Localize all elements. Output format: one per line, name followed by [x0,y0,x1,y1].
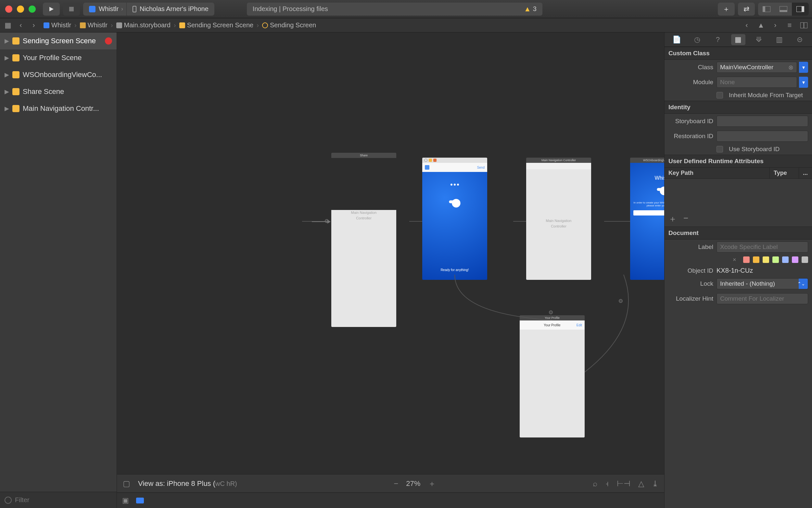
filter-icon[interactable] [5,497,12,504]
maximize-icon[interactable] [29,5,36,13]
next-issue-button[interactable]: › [770,20,781,31]
window-controls [5,5,36,13]
disclosure-icon[interactable]: ▶ [5,54,9,61]
folder-icon [80,23,86,28]
module-field[interactable]: None [717,77,797,88]
storyboard-id-field[interactable] [717,116,808,127]
clear-icon[interactable]: ⊗ [788,64,794,71]
add-editor-icon[interactable] [798,20,809,31]
library-button[interactable]: ＋ [718,3,735,15]
class-dropdown-icon[interactable]: ▾ [799,62,808,73]
tag-icon[interactable] [136,498,144,503]
run-button[interactable] [43,3,60,15]
udra-table[interactable] [665,179,812,211]
swatch-green[interactable] [772,256,779,263]
scene-onboarding[interactable]: WSOnboardingViewController Whistlr In or… [630,158,664,280]
remove-attr-button[interactable]: − [683,213,688,224]
disclosure-icon[interactable]: ▶ [5,105,9,112]
swatch-red[interactable] [743,256,750,263]
keypath-col[interactable]: Key Path [665,168,770,178]
clear-color-icon[interactable]: × [733,256,739,263]
crumb-contents[interactable]: Sending Screen [260,22,318,29]
class-field[interactable]: MainViewController⊗ [717,62,797,73]
forward-button[interactable]: › [29,20,39,31]
pin-tool-icon[interactable]: ⊢⊣ [617,479,630,488]
issue-indicator-icon[interactable]: ▲ [756,20,767,31]
code-review-button[interactable]: ⇄ [738,3,755,15]
value-col[interactable]: ... [799,168,812,178]
minimize-icon[interactable] [17,5,24,13]
doc-label-label: Label [668,244,713,251]
first-responder-icon [429,159,432,162]
identity-inspector-tab[interactable]: ▦ [731,34,746,45]
restoration-id-field[interactable] [717,131,808,142]
view-as-label[interactable]: View as: iPhone 8 Plus (wC hR) [138,479,237,488]
crumb-folder[interactable]: Whistlr [78,22,109,29]
segue-line [445,274,562,327]
toggle-inspector-button[interactable] [792,3,809,15]
localizer-hint-field[interactable]: Comment For Localizer [717,293,808,304]
use-sb-checkbox[interactable] [717,146,723,153]
type-col[interactable]: Type [770,168,799,178]
swatch-orange[interactable] [753,256,759,263]
status-warnings[interactable]: ▲ 3 [524,5,536,13]
class-label: Class [668,64,713,71]
outline-item-share[interactable]: ▶ Share Scene [0,83,116,100]
embed-tool-icon[interactable]: ⤓ [652,479,658,488]
crumb-file[interactable]: Main.storyboard [114,22,173,29]
lock-dropdown[interactable]: Inherited - (Nothing) ⌃⌄ [717,278,808,289]
outline-item-profile[interactable]: ▶ Your Profile Scene [0,49,116,66]
history-inspector-tab[interactable]: ◷ [690,34,705,45]
swatch-purple[interactable] [792,256,798,263]
scene-icon [12,71,19,78]
scene-mainnav[interactable]: Main Navigation Controller Main Navigati… [526,158,591,280]
close-icon[interactable] [5,5,12,13]
align-tool-icon[interactable]: ⌕ [593,479,597,488]
related-items-icon[interactable]: ▦ [3,20,13,31]
module-dropdown-icon[interactable]: ▾ [799,77,808,88]
help-inspector-tab[interactable]: ? [711,34,725,45]
swatch-yellow[interactable] [763,256,769,263]
doc-label-field[interactable]: Xcode Specific Label [717,242,808,253]
brand-title: Whistlr [630,175,664,181]
attributes-inspector-tab[interactable]: ⟱ [752,34,766,45]
scene-profile[interactable]: Your Profile Your Profile Edit [520,315,585,437]
inherit-checkbox[interactable] [717,92,723,98]
error-badge-icon[interactable] [105,37,112,45]
disclosure-icon[interactable]: ▶ [5,71,9,78]
connections-inspector-tab[interactable]: ⊝ [793,34,807,45]
stop-button[interactable] [63,3,80,15]
disclosure-icon[interactable]: ▶ [5,37,9,45]
scene-icon [12,105,19,112]
outline-item-mainnav[interactable]: ▶ Main Navigation Contr... [0,100,116,117]
back-button[interactable]: ‹ [15,20,26,31]
size-inspector-tab[interactable]: ▥ [772,34,786,45]
add-attr-button[interactable]: ＋ [668,213,677,224]
console-icon[interactable]: ▣ [122,496,129,505]
swatch-gray[interactable] [802,256,808,263]
zoom-level[interactable]: 27% [406,479,420,488]
align-tool-icon[interactable]: ⫞ [605,479,609,488]
swatch-blue[interactable] [782,256,789,263]
disclosure-icon[interactable]: ▶ [5,88,9,95]
toggle-debug-button[interactable] [775,3,792,15]
activity-status[interactable]: Indexing | Processing files ▲ 3 [247,3,542,15]
filter-placeholder[interactable]: Filter [15,496,29,504]
crumb-project[interactable]: Whistlr [42,22,73,29]
outline-item-onboarding[interactable]: ▶ WSOnboardingViewCo... [0,66,116,83]
zoom-out-button[interactable]: − [394,479,398,488]
prev-issue-button[interactable]: ‹ [741,20,752,31]
zoom-in-button[interactable]: ＋ [428,478,436,489]
scheme-selector[interactable]: Whistlr › Nicholas Arner's iPhone [83,3,214,15]
storyboard-canvas[interactable]: Share Main Navigation Controller Send [117,33,664,474]
crumb-scene[interactable]: Sending Screen Scene [177,22,256,29]
resolve-tool-icon[interactable]: △ [638,479,644,488]
warning-count: 3 [533,5,536,13]
outline-item-sending[interactable]: ▶ Sending Screen Scene [0,33,116,49]
toggle-outline-icon[interactable]: ▢ [123,479,130,488]
file-inspector-tab[interactable]: 📄 [670,34,684,45]
editor-options-icon[interactable]: ≡ [784,20,795,31]
toggle-navigator-button[interactable] [758,3,775,15]
scene-share[interactable]: Share Main Navigation Controller [331,153,396,327]
scene-sending[interactable]: Send Ready for anything! [422,158,487,280]
